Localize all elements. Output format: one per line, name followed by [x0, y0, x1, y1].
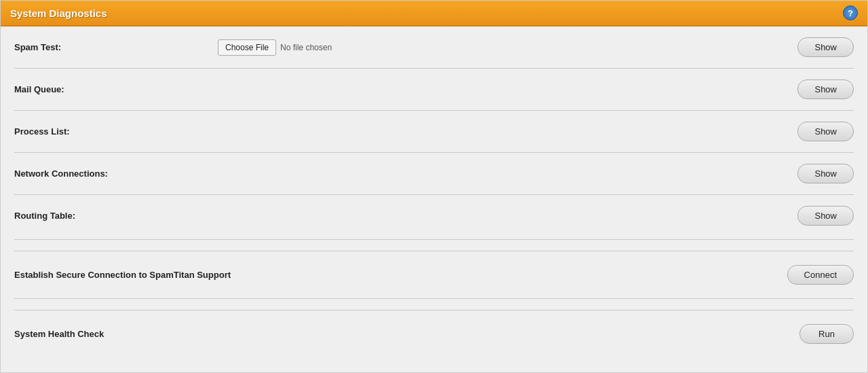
file-chosen-text: No file chosen	[280, 43, 332, 52]
network-connections-label: Network Connections:	[14, 168, 218, 179]
routing-table-action: Show	[797, 206, 854, 226]
health-check-label: System Health Check	[14, 329, 799, 339]
spam-test-show-button[interactable]: Show	[797, 37, 854, 57]
mail-queue-show-button[interactable]: Show	[797, 79, 854, 99]
spam-test-controls: Choose File No file chosen	[218, 39, 797, 56]
secure-connection-action: Connect	[787, 265, 854, 285]
choose-file-button[interactable]: Choose File	[218, 39, 276, 56]
routing-table-row: Routing Table: Show	[1, 195, 867, 236]
spam-test-label: Spam Test:	[14, 42, 218, 52]
process-list-label: Process List:	[14, 126, 218, 137]
title-bar-left: System Diagnostics	[10, 7, 107, 19]
connect-button[interactable]: Connect	[787, 265, 854, 285]
health-check-row: System Health Check Run	[1, 313, 867, 355]
section-divider-1	[14, 239, 854, 240]
run-button[interactable]: Run	[799, 324, 854, 344]
secure-connection-label: Establish Secure Connection to SpamTitan…	[14, 270, 787, 280]
section-divider-1b	[14, 251, 854, 251]
title-bar: System Diagnostics ?	[1, 1, 867, 26]
content-area: Spam Test: Choose File No file chosen Sh…	[1, 26, 867, 372]
process-list-show-button[interactable]: Show	[797, 122, 854, 141]
network-connections-show-button[interactable]: Show	[797, 164, 854, 183]
page-title: System Diagnostics	[10, 7, 107, 19]
network-connections-action: Show	[797, 164, 854, 183]
help-icon[interactable]: ?	[843, 5, 858, 20]
section-divider-2	[14, 298, 854, 299]
spam-test-row: Spam Test: Choose File No file chosen Sh…	[1, 26, 867, 68]
routing-table-show-button[interactable]: Show	[797, 206, 854, 226]
secure-connection-row: Establish Secure Connection to SpamTitan…	[1, 254, 867, 296]
mail-queue-label: Mail Queue:	[14, 84, 218, 94]
mail-queue-action: Show	[797, 79, 854, 99]
process-list-action: Show	[797, 122, 854, 141]
system-diagnostics-window: System Diagnostics ? Spam Test: Choose F…	[0, 0, 868, 373]
spam-test-action: Show	[797, 37, 854, 57]
mail-queue-row: Mail Queue: Show	[1, 69, 867, 110]
health-check-action: Run	[799, 324, 854, 344]
routing-table-label: Routing Table:	[14, 211, 218, 221]
network-connections-row: Network Connections: Show	[1, 153, 867, 194]
process-list-row: Process List: Show	[1, 111, 867, 152]
section-divider-2b	[14, 310, 854, 310]
